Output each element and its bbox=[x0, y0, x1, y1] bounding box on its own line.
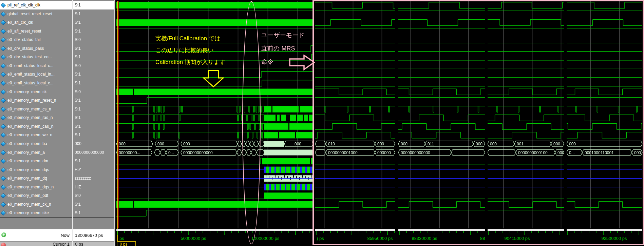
signal-value[interactable]: St0 bbox=[73, 87, 115, 96]
signal-value[interactable]: St1 bbox=[73, 9, 115, 18]
signal-diamond-icon bbox=[1, 158, 6, 164]
signal-value[interactable]: St1 bbox=[73, 27, 115, 36]
signal-value[interactable]: HiZ bbox=[73, 165, 115, 174]
signal-value[interactable]: HiZ bbox=[73, 183, 115, 191]
signal-value[interactable]: St1 bbox=[73, 79, 115, 87]
signal-name: global_reset_reset_reset bbox=[7, 12, 52, 16]
signal-name: e0_memory_mem_odt bbox=[7, 193, 48, 198]
signal-row-e0_memory_mem_dqs[interactable]: e0_memory_mem_dqs bbox=[0, 165, 72, 174]
signal-name: e0_memory_mem_cke bbox=[7, 210, 49, 215]
signal-diamond-icon bbox=[1, 71, 6, 77]
signal-name: pll_ref_clk_clk_clk bbox=[7, 3, 40, 7]
signal-name: e0_memory_mem_dm bbox=[7, 159, 48, 163]
signal-diamond-icon bbox=[1, 141, 6, 146]
signal-row-e0_afi_reset_reset[interactable]: e0_afi_reset_reset bbox=[0, 27, 72, 36]
signal-diamond-icon bbox=[1, 132, 6, 138]
signal-row-e0_memory_mem_a[interactable]: e0_memory_mem_a bbox=[0, 148, 72, 157]
remove-cursor-icon[interactable]: - bbox=[1, 243, 6, 246]
now-value: 130086670 ps bbox=[73, 229, 114, 241]
signal-row-e0_drv_status_fail[interactable]: e0_drv_status_fail bbox=[0, 35, 72, 44]
signal-row-e0_memory_mem_dq[interactable]: e0_memory_mem_dq bbox=[0, 174, 72, 183]
signal-diamond-icon bbox=[1, 176, 6, 181]
signal-value[interactable]: St1 bbox=[73, 130, 115, 139]
signal-diamond-icon bbox=[1, 89, 6, 95]
signal-value[interactable]: St1 bbox=[73, 157, 115, 165]
signal-value[interactable]: St1 bbox=[73, 1, 115, 9]
signal-diamond-icon bbox=[1, 124, 6, 129]
signal-diamond-icon bbox=[1, 115, 6, 120]
signal-name: e0_memory_mem_ck bbox=[7, 89, 46, 94]
signal-diamond-icon bbox=[1, 150, 6, 155]
signal-name: e0_memory_mem_dqs_n bbox=[7, 185, 54, 189]
signal-row-pll_ref_clk_clk_clk[interactable]: pll_ref_clk_clk_clk bbox=[0, 1, 72, 9]
signal-row-e0_emif_status_local_c[interactable]: e0_emif_status_local_c... bbox=[0, 61, 72, 70]
signal-diamond-icon bbox=[1, 80, 6, 86]
signal-diamond-icon bbox=[1, 20, 6, 25]
signal-row-e0_emif_status_local_c[interactable]: e0_emif_status_local_c... bbox=[0, 79, 72, 87]
signal-value[interactable]: St1 bbox=[73, 122, 115, 131]
signal-names-column[interactable]: pll_ref_clk_clk_clkglobal_reset_reset_re… bbox=[0, 0, 72, 246]
signal-name: e0_emif_status_local_c... bbox=[7, 81, 53, 85]
signal-row-e0_memory_mem_odt[interactable]: e0_memory_mem_odt bbox=[0, 191, 72, 200]
signal-value[interactable]: zzzzzzzz bbox=[73, 174, 115, 183]
signal-diamond-icon bbox=[1, 2, 6, 8]
signal-row-e0_memory_mem_ck[interactable]: e0_memory_mem_ck bbox=[0, 87, 72, 96]
signal-row-e0_memory_mem_dqs_n[interactable]: e0_memory_mem_dqs_n bbox=[0, 183, 72, 191]
signal-diamond-icon bbox=[1, 210, 6, 216]
signal-row-e0_emif_status_local_in[interactable]: e0_emif_status_local_in... bbox=[0, 70, 72, 79]
signal-value[interactable]: St1 bbox=[73, 113, 115, 122]
signal-value[interactable]: St1 bbox=[73, 53, 115, 61]
pane-divider[interactable] bbox=[114, 0, 115, 246]
signal-diamond-icon bbox=[1, 193, 6, 198]
signal-value[interactable]: St1 bbox=[73, 105, 115, 114]
signal-row-e0_memory_mem_reset_n[interactable]: e0_memory_mem_reset_n bbox=[0, 96, 72, 105]
signal-diamond-icon bbox=[1, 202, 6, 207]
signal-value[interactable]: 0000000000000 bbox=[73, 148, 115, 157]
signal-row-e0_memory_mem_dm[interactable]: e0_memory_mem_dm bbox=[0, 157, 72, 165]
signal-name: e0_afi_reset_reset bbox=[7, 29, 41, 34]
signal-diamond-icon bbox=[1, 28, 6, 34]
values-column-endline bbox=[73, 217, 114, 218]
signal-diamond-icon bbox=[1, 167, 6, 172]
signal-row-e0_memory_mem_ba[interactable]: e0_memory_mem_ba bbox=[0, 139, 72, 148]
cursor1-value[interactable]: 0 ps bbox=[73, 242, 114, 246]
signal-value[interactable]: St1 bbox=[73, 96, 115, 105]
signal-name: e0_memory_mem_we_n bbox=[7, 132, 52, 137]
signal-name: e0_memory_mem_ras_n bbox=[7, 115, 53, 120]
signal-diamond-icon bbox=[1, 184, 6, 190]
signal-value[interactable]: St1 bbox=[73, 200, 115, 209]
signal-values-column[interactable]: St1St1St1St1St0St1St1St0St1St1St0St1St1S… bbox=[72, 0, 115, 246]
waveform-window: pll_ref_clk_clk_clkglobal_reset_reset_re… bbox=[0, 0, 644, 246]
signal-row-e0_drv_status_pass[interactable]: e0_drv_status_pass bbox=[0, 44, 72, 53]
signal-diamond-icon bbox=[1, 63, 6, 68]
cursor1-label[interactable]: Cursor 1 bbox=[0, 242, 72, 246]
signal-row-e0_memory_mem_ras_n[interactable]: e0_memory_mem_ras_n bbox=[0, 113, 72, 122]
signal-name: e0_memory_mem_a bbox=[7, 150, 45, 155]
signal-value[interactable]: St1 bbox=[73, 70, 115, 79]
signal-row-e0_drv_status_test_co[interactable]: e0_drv_status_test_co... bbox=[0, 53, 72, 61]
add-cursor-icon[interactable]: + bbox=[1, 232, 6, 237]
signal-value[interactable]: St1 bbox=[73, 18, 115, 27]
signal-value[interactable]: St1 bbox=[73, 208, 115, 217]
signal-row-e0_memory_mem_ck_n[interactable]: e0_memory_mem_ck_n bbox=[0, 200, 72, 209]
signal-value[interactable]: St0 bbox=[73, 35, 115, 44]
signal-value[interactable]: St1 bbox=[73, 44, 115, 53]
signal-name: e0_memory_mem_reset_n bbox=[7, 98, 56, 103]
signal-value[interactable]: St0 bbox=[73, 191, 115, 200]
signal-name: e0_drv_status_pass bbox=[7, 46, 44, 51]
signal-name: e0_memory_mem_cs_n bbox=[7, 107, 51, 111]
signal-value[interactable]: 000 bbox=[73, 139, 115, 148]
signal-row-e0_memory_mem_cas_n[interactable]: e0_memory_mem_cas_n bbox=[0, 122, 72, 131]
signal-row-global_reset_reset_reset[interactable]: global_reset_reset_reset bbox=[0, 9, 72, 18]
signal-row-e0_memory_mem_we_n[interactable]: e0_memory_mem_we_n bbox=[0, 130, 72, 139]
names-column-endline bbox=[0, 217, 72, 218]
signal-name: e0_emif_status_local_in... bbox=[7, 72, 55, 77]
signal-row-e0_memory_mem_cke[interactable]: e0_memory_mem_cke bbox=[0, 208, 72, 217]
signal-diamond-icon bbox=[1, 106, 6, 112]
signal-row-e0_afi_clk_clk[interactable]: e0_afi_clk_clk bbox=[0, 18, 72, 27]
signal-value[interactable]: St0 bbox=[73, 61, 115, 70]
signal-name: e0_memory_mem_dqs bbox=[7, 167, 49, 172]
signal-name: e0_emif_status_local_c... bbox=[7, 63, 53, 68]
signal-row-e0_memory_mem_cs_n[interactable]: e0_memory_mem_cs_n bbox=[0, 105, 72, 114]
signal-diamond-icon bbox=[1, 11, 6, 17]
